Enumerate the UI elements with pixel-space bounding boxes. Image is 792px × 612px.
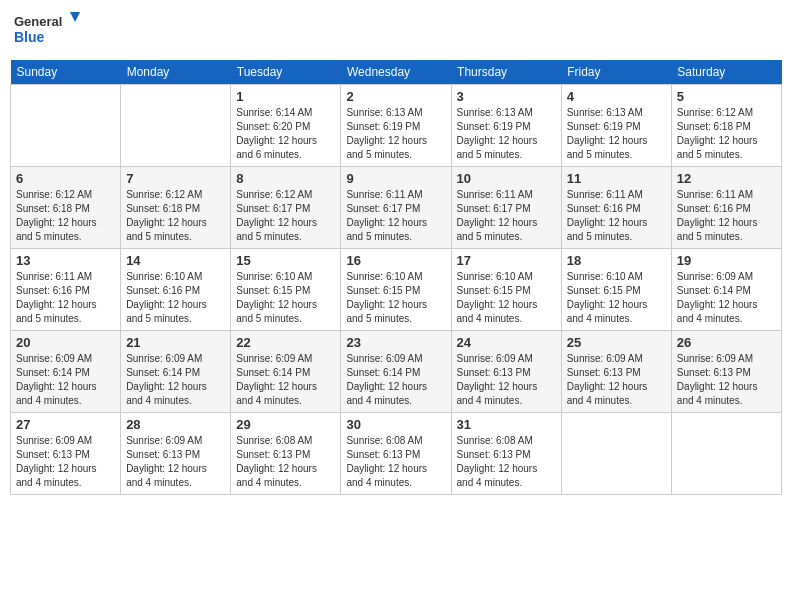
day-number: 4 [567, 89, 666, 104]
day-number: 6 [16, 171, 115, 186]
weekday-header-wednesday: Wednesday [341, 60, 451, 85]
day-info: Sunrise: 6:12 AM Sunset: 6:17 PM Dayligh… [236, 188, 335, 244]
day-number: 14 [126, 253, 225, 268]
day-info: Sunrise: 6:11 AM Sunset: 6:16 PM Dayligh… [16, 270, 115, 326]
calendar-cell: 5Sunrise: 6:12 AM Sunset: 6:18 PM Daylig… [671, 85, 781, 167]
day-info: Sunrise: 6:10 AM Sunset: 6:16 PM Dayligh… [126, 270, 225, 326]
day-info: Sunrise: 6:12 AM Sunset: 6:18 PM Dayligh… [126, 188, 225, 244]
weekday-header-friday: Friday [561, 60, 671, 85]
calendar-table: SundayMondayTuesdayWednesdayThursdayFrid… [10, 60, 782, 495]
day-number: 13 [16, 253, 115, 268]
day-info: Sunrise: 6:09 AM Sunset: 6:14 PM Dayligh… [677, 270, 776, 326]
day-info: Sunrise: 6:10 AM Sunset: 6:15 PM Dayligh… [346, 270, 445, 326]
day-number: 27 [16, 417, 115, 432]
day-number: 12 [677, 171, 776, 186]
day-number: 28 [126, 417, 225, 432]
calendar-cell: 2Sunrise: 6:13 AM Sunset: 6:19 PM Daylig… [341, 85, 451, 167]
day-info: Sunrise: 6:09 AM Sunset: 6:13 PM Dayligh… [16, 434, 115, 490]
weekday-header-thursday: Thursday [451, 60, 561, 85]
day-number: 20 [16, 335, 115, 350]
day-number: 26 [677, 335, 776, 350]
day-number: 25 [567, 335, 666, 350]
calendar-week-1: 1Sunrise: 6:14 AM Sunset: 6:20 PM Daylig… [11, 85, 782, 167]
calendar-cell: 31Sunrise: 6:08 AM Sunset: 6:13 PM Dayli… [451, 413, 561, 495]
weekday-header-monday: Monday [121, 60, 231, 85]
calendar-cell: 24Sunrise: 6:09 AM Sunset: 6:13 PM Dayli… [451, 331, 561, 413]
svg-text:Blue: Blue [14, 29, 45, 45]
day-info: Sunrise: 6:11 AM Sunset: 6:16 PM Dayligh… [677, 188, 776, 244]
day-info: Sunrise: 6:09 AM Sunset: 6:13 PM Dayligh… [567, 352, 666, 408]
day-number: 8 [236, 171, 335, 186]
day-number: 2 [346, 89, 445, 104]
calendar-cell [11, 85, 121, 167]
page-header: General Blue [10, 10, 782, 52]
day-number: 11 [567, 171, 666, 186]
calendar-cell [561, 413, 671, 495]
calendar-week-2: 6Sunrise: 6:12 AM Sunset: 6:18 PM Daylig… [11, 167, 782, 249]
calendar-cell: 8Sunrise: 6:12 AM Sunset: 6:17 PM Daylig… [231, 167, 341, 249]
day-info: Sunrise: 6:08 AM Sunset: 6:13 PM Dayligh… [346, 434, 445, 490]
calendar-cell: 18Sunrise: 6:10 AM Sunset: 6:15 PM Dayli… [561, 249, 671, 331]
calendar-cell: 29Sunrise: 6:08 AM Sunset: 6:13 PM Dayli… [231, 413, 341, 495]
calendar-cell: 11Sunrise: 6:11 AM Sunset: 6:16 PM Dayli… [561, 167, 671, 249]
calendar-cell: 6Sunrise: 6:12 AM Sunset: 6:18 PM Daylig… [11, 167, 121, 249]
svg-marker-1 [70, 12, 80, 22]
day-number: 9 [346, 171, 445, 186]
calendar-cell: 14Sunrise: 6:10 AM Sunset: 6:16 PM Dayli… [121, 249, 231, 331]
day-info: Sunrise: 6:09 AM Sunset: 6:14 PM Dayligh… [346, 352, 445, 408]
weekday-header-row: SundayMondayTuesdayWednesdayThursdayFrid… [11, 60, 782, 85]
day-number: 29 [236, 417, 335, 432]
day-number: 31 [457, 417, 556, 432]
day-number: 17 [457, 253, 556, 268]
day-info: Sunrise: 6:13 AM Sunset: 6:19 PM Dayligh… [346, 106, 445, 162]
calendar-cell: 21Sunrise: 6:09 AM Sunset: 6:14 PM Dayli… [121, 331, 231, 413]
calendar-cell: 23Sunrise: 6:09 AM Sunset: 6:14 PM Dayli… [341, 331, 451, 413]
day-info: Sunrise: 6:09 AM Sunset: 6:13 PM Dayligh… [126, 434, 225, 490]
day-info: Sunrise: 6:12 AM Sunset: 6:18 PM Dayligh… [16, 188, 115, 244]
calendar-cell: 15Sunrise: 6:10 AM Sunset: 6:15 PM Dayli… [231, 249, 341, 331]
day-info: Sunrise: 6:13 AM Sunset: 6:19 PM Dayligh… [567, 106, 666, 162]
day-info: Sunrise: 6:08 AM Sunset: 6:13 PM Dayligh… [457, 434, 556, 490]
calendar-cell: 1Sunrise: 6:14 AM Sunset: 6:20 PM Daylig… [231, 85, 341, 167]
calendar-cell: 4Sunrise: 6:13 AM Sunset: 6:19 PM Daylig… [561, 85, 671, 167]
weekday-header-tuesday: Tuesday [231, 60, 341, 85]
day-number: 24 [457, 335, 556, 350]
day-number: 7 [126, 171, 225, 186]
day-number: 21 [126, 335, 225, 350]
day-number: 23 [346, 335, 445, 350]
day-info: Sunrise: 6:13 AM Sunset: 6:19 PM Dayligh… [457, 106, 556, 162]
calendar-cell: 25Sunrise: 6:09 AM Sunset: 6:13 PM Dayli… [561, 331, 671, 413]
calendar-cell [671, 413, 781, 495]
day-info: Sunrise: 6:14 AM Sunset: 6:20 PM Dayligh… [236, 106, 335, 162]
day-info: Sunrise: 6:09 AM Sunset: 6:14 PM Dayligh… [16, 352, 115, 408]
calendar-cell: 17Sunrise: 6:10 AM Sunset: 6:15 PM Dayli… [451, 249, 561, 331]
day-info: Sunrise: 6:10 AM Sunset: 6:15 PM Dayligh… [457, 270, 556, 326]
calendar-cell: 26Sunrise: 6:09 AM Sunset: 6:13 PM Dayli… [671, 331, 781, 413]
calendar-week-5: 27Sunrise: 6:09 AM Sunset: 6:13 PM Dayli… [11, 413, 782, 495]
calendar-cell: 20Sunrise: 6:09 AM Sunset: 6:14 PM Dayli… [11, 331, 121, 413]
calendar-cell: 9Sunrise: 6:11 AM Sunset: 6:17 PM Daylig… [341, 167, 451, 249]
logo-svg: General Blue [14, 10, 84, 52]
day-info: Sunrise: 6:10 AM Sunset: 6:15 PM Dayligh… [567, 270, 666, 326]
day-info: Sunrise: 6:12 AM Sunset: 6:18 PM Dayligh… [677, 106, 776, 162]
day-number: 10 [457, 171, 556, 186]
day-info: Sunrise: 6:09 AM Sunset: 6:14 PM Dayligh… [236, 352, 335, 408]
calendar-cell: 13Sunrise: 6:11 AM Sunset: 6:16 PM Dayli… [11, 249, 121, 331]
day-info: Sunrise: 6:11 AM Sunset: 6:16 PM Dayligh… [567, 188, 666, 244]
day-info: Sunrise: 6:08 AM Sunset: 6:13 PM Dayligh… [236, 434, 335, 490]
calendar-cell: 28Sunrise: 6:09 AM Sunset: 6:13 PM Dayli… [121, 413, 231, 495]
logo: General Blue [14, 10, 84, 52]
calendar-week-4: 20Sunrise: 6:09 AM Sunset: 6:14 PM Dayli… [11, 331, 782, 413]
calendar-cell: 16Sunrise: 6:10 AM Sunset: 6:15 PM Dayli… [341, 249, 451, 331]
calendar-cell [121, 85, 231, 167]
day-number: 15 [236, 253, 335, 268]
calendar-cell: 27Sunrise: 6:09 AM Sunset: 6:13 PM Dayli… [11, 413, 121, 495]
day-number: 22 [236, 335, 335, 350]
day-number: 5 [677, 89, 776, 104]
svg-text:General: General [14, 14, 62, 29]
day-number: 1 [236, 89, 335, 104]
calendar-cell: 10Sunrise: 6:11 AM Sunset: 6:17 PM Dayli… [451, 167, 561, 249]
day-number: 30 [346, 417, 445, 432]
calendar-cell: 3Sunrise: 6:13 AM Sunset: 6:19 PM Daylig… [451, 85, 561, 167]
day-info: Sunrise: 6:09 AM Sunset: 6:13 PM Dayligh… [457, 352, 556, 408]
